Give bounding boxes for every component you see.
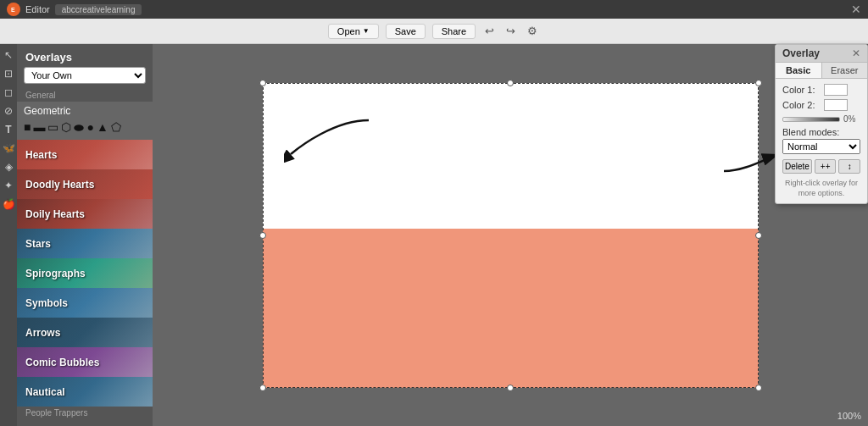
opacity-slider[interactable] <box>782 117 840 122</box>
handle-top-center[interactable] <box>507 80 514 86</box>
geometric-shapes-grid: ■ ▬ ▭ ⬡ ⬬ ● ▲ ⬠ <box>24 120 146 135</box>
share-button[interactable]: Share <box>432 24 476 39</box>
overlays-list: General Geometric ■ ▬ ▭ ⬡ ⬬ ● ▲ ⬠ <box>17 89 153 426</box>
canvas-container <box>263 83 759 388</box>
geometric-label: Geometric <box>24 105 146 117</box>
geometric-category[interactable]: Geometric ■ ▬ ▭ ⬡ ⬬ ● ▲ ⬠ <box>17 102 153 140</box>
tab-basic[interactable]: Basic <box>776 63 822 78</box>
overlays-panel: Overlays Your Own General Geometric ■ ▬ … <box>17 44 153 426</box>
shape-pentagon[interactable]: ⬠ <box>111 120 121 135</box>
symbols-category[interactable]: Symbols <box>17 288 153 318</box>
shape-circle-solid[interactable]: ● <box>86 120 93 135</box>
comic-bubbles-label: Comic Bubbles <box>17 357 108 368</box>
app-logo: E <box>7 3 20 16</box>
save-button[interactable]: Save <box>386 24 426 39</box>
arrows-label: Arrows <box>17 327 69 339</box>
spirographs-category[interactable]: Spirographs <box>17 258 153 288</box>
overlays-title: Overlays <box>17 44 153 67</box>
open-button[interactable]: Open ▼ <box>328 24 379 39</box>
redo-button[interactable]: ↪ <box>504 23 518 39</box>
doodly-hearts-category[interactable]: Doodly Hearts <box>17 169 153 199</box>
shape-hexagon[interactable]: ⬡ <box>61 120 71 135</box>
handle-bottom-left[interactable] <box>259 385 266 391</box>
handle-top-right[interactable] <box>755 80 762 86</box>
color1-label: Color 1: <box>782 85 821 95</box>
handle-bottom-right[interactable] <box>755 385 762 391</box>
comic-bubbles-category[interactable]: Comic Bubbles <box>17 347 153 377</box>
opacity-row: 0% <box>782 114 860 124</box>
app-name: Editor <box>25 4 50 14</box>
open-dropdown-arrow: ▼ <box>363 27 370 35</box>
hearts-category[interactable]: Hearts <box>17 140 153 169</box>
svg-text:E: E <box>11 7 15 13</box>
overlays-source-select[interactable]: Your Own <box>24 67 146 84</box>
delete-button[interactable]: Delete <box>782 159 812 174</box>
overlay-panel-body: Color 1: Color 2: 0% Blend modes: Normal… <box>776 79 867 203</box>
nautical-label: Nautical <box>17 386 74 398</box>
overlay-panel-title: Overlay <box>782 47 820 59</box>
overlay-panel-close-button[interactable]: ✕ <box>852 47 860 59</box>
overlay-panel-tabs: Basic Eraser <box>776 63 867 79</box>
canvas-white-region <box>263 83 759 230</box>
canvas-salmon-region <box>263 229 759 387</box>
doily-hearts-category[interactable]: Doily Hearts <box>17 199 153 229</box>
shape-rounded-rect[interactable]: ▭ <box>47 120 58 135</box>
overlay-settings-panel: Overlay ✕ Basic Eraser Color 1: Color 2:… <box>775 44 868 204</box>
flip-button[interactable]: ↕ <box>838 159 860 174</box>
left-toolbar: ↖ ⊡ ◻ ⊘ T 🦋 ◈ ✦ 🍎 <box>0 44 17 426</box>
nautical-category[interactable]: Nautical <box>17 377 153 407</box>
general-label: General <box>17 89 153 102</box>
shape-triangle[interactable]: ▲ <box>97 120 108 135</box>
blend-label: Blend modes: <box>782 127 860 137</box>
crop-tool[interactable]: ⊡ <box>1 66 16 81</box>
main-area: ↖ ⊡ ◻ ⊘ T 🦋 ◈ ✦ 🍎 Overlays Your Own Gene… <box>0 44 868 426</box>
settings-button[interactable]: ⚙ <box>525 23 540 39</box>
symbols-label: Symbols <box>17 297 76 309</box>
overlay-action-buttons: Delete ++ ↕ <box>782 159 860 174</box>
dropper-tool[interactable]: ⊘ <box>1 103 16 119</box>
handle-mid-left[interactable] <box>259 232 266 239</box>
cursor-tool[interactable]: ↖ <box>1 47 16 63</box>
title-bar-left: E Editor abccreativelearning <box>7 3 142 16</box>
color2-row: Color 2: <box>782 99 860 111</box>
handle-mid-right[interactable] <box>755 232 762 239</box>
stars-label: Stars <box>17 238 59 250</box>
eraser-tool[interactable]: ◻ <box>1 85 16 100</box>
window-close-button[interactable]: ✕ <box>851 3 861 16</box>
adjustment-tool[interactable]: ◈ <box>1 159 16 174</box>
zoom-indicator: 100% <box>837 411 861 421</box>
shape-oval-h[interactable]: ⬬ <box>74 120 84 135</box>
color1-swatch[interactable] <box>824 84 848 96</box>
color1-row: Color 1: <box>782 84 860 96</box>
butterfly-tool[interactable]: 🦋 <box>1 141 16 156</box>
shape-square-solid[interactable]: ■ <box>24 120 31 135</box>
color2-swatch[interactable] <box>824 99 848 111</box>
people-trappers-label: People Trappers <box>17 407 153 419</box>
handle-bottom-center[interactable] <box>507 385 514 391</box>
toolbar: Open ▼ Save Share ↩ ↪ ⚙ <box>0 19 868 44</box>
settings-icon: ⚙ <box>527 25 537 37</box>
apple-icon[interactable]: 🍎 <box>1 196 16 212</box>
handle-top-left[interactable] <box>259 80 266 86</box>
doodly-hearts-label: Doodly Hearts <box>17 179 103 191</box>
hearts-label: Hearts <box>17 149 65 161</box>
tab-eraser[interactable]: Eraser <box>822 63 868 78</box>
blend-mode-select[interactable]: Normal Multiply Screen Overlay Darken Li… <box>782 139 860 154</box>
overlay-hint: Right-click overlay for more options. <box>782 179 860 198</box>
opacity-value: 0% <box>843 114 860 124</box>
title-bar: E Editor abccreativelearning ✕ <box>0 0 868 19</box>
brand-label[interactable]: abccreativelearning <box>55 4 142 15</box>
color2-label: Color 2: <box>782 100 821 110</box>
spirographs-label: Spirographs <box>17 268 94 279</box>
stars-category[interactable]: Stars <box>17 229 153 258</box>
duplicate-button[interactable]: ++ <box>815 159 837 174</box>
arrows-category[interactable]: Arrows <box>17 318 153 347</box>
overlays-dropdown-row: Your Own <box>24 67 146 84</box>
text-tool[interactable]: T <box>1 122 16 137</box>
doily-hearts-label: Doily Hearts <box>17 208 93 220</box>
overlay-panel-header: Overlay ✕ <box>776 45 867 63</box>
effects-tool[interactable]: ✦ <box>1 178 16 193</box>
shape-rect-solid[interactable]: ▬ <box>33 120 45 135</box>
canvas-area[interactable]: 100% <box>153 44 868 426</box>
undo-button[interactable]: ↩ <box>482 23 497 39</box>
